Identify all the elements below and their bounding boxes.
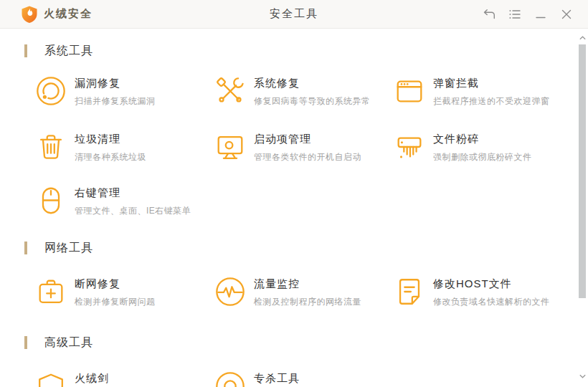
context-menu-icon bbox=[34, 184, 67, 217]
tool-name: 文件粉碎 bbox=[433, 133, 532, 146]
section-title: 高级工具 bbox=[44, 335, 93, 350]
tool-name: 系统修复 bbox=[254, 77, 371, 90]
host-file-icon bbox=[393, 275, 426, 308]
scrollbar[interactable] bbox=[577, 29, 588, 387]
huorong-logo-icon bbox=[20, 5, 39, 24]
scrollbar-thumb[interactable] bbox=[579, 44, 586, 298]
tool-name: 弹窗拦截 bbox=[433, 77, 550, 90]
tool-desc: 管理文件、桌面、IE右键菜单 bbox=[75, 205, 191, 217]
sword-shield-icon bbox=[34, 370, 67, 387]
tool-name: 火绒剑 bbox=[75, 372, 109, 386]
tool-name: 流量监控 bbox=[254, 277, 361, 291]
scroll-up-icon[interactable] bbox=[579, 34, 586, 42]
app-name: 火绒安全 bbox=[44, 7, 93, 21]
tool-item-huorong-sword[interactable]: 火绒剑 bbox=[34, 370, 214, 387]
tool-name: 垃圾清理 bbox=[75, 133, 146, 146]
tool-item-traffic-monitor[interactable]: 流量监控 检测及控制程序的网络流量 bbox=[214, 275, 393, 308]
back-icon[interactable] bbox=[479, 4, 499, 24]
app-brand: 火绒安全 bbox=[20, 5, 93, 24]
minimize-icon[interactable] bbox=[531, 4, 551, 24]
titlebar-actions bbox=[479, 0, 577, 29]
vulnerability-fix-icon bbox=[34, 75, 67, 108]
tool-item-network-repair[interactable]: 断网修复 检测并修复断网问题 bbox=[34, 275, 214, 308]
tool-desc: 修复因病毒等导致的系统异常 bbox=[254, 95, 371, 108]
section-title: 网络工具 bbox=[44, 241, 93, 256]
tool-item-system-repair[interactable]: 系统修复 修复因病毒等导致的系统异常 bbox=[214, 75, 393, 108]
titlebar: 火绒安全 安全工具 bbox=[0, 0, 588, 29]
popup-block-icon bbox=[393, 75, 426, 108]
scroll-down-icon[interactable] bbox=[579, 373, 586, 380]
file-shredder-icon bbox=[393, 130, 426, 163]
tool-item-junk-clean[interactable]: 垃圾清理 清理各种系统垃圾 bbox=[34, 130, 214, 163]
tool-name: 右键管理 bbox=[75, 186, 191, 200]
tool-desc: 强制删除或彻底粉碎文件 bbox=[433, 151, 532, 163]
network-repair-icon bbox=[34, 275, 67, 308]
tool-item-context-menu[interactable]: 右键管理 管理文件、桌面、IE右键菜单 bbox=[34, 184, 214, 217]
tool-desc: 修改负责域名快速解析的文件 bbox=[433, 296, 550, 308]
tool-name: 漏洞修复 bbox=[75, 77, 156, 90]
tool-name: 启动项管理 bbox=[254, 133, 361, 146]
section-header-system-tools: 系统工具 bbox=[24, 44, 93, 58]
security-tools-window: 火绒安全 安全工具 系统工具 bbox=[0, 0, 588, 387]
special-kill-icon bbox=[214, 370, 247, 387]
menu-list-icon[interactable] bbox=[505, 4, 525, 24]
junk-clean-icon bbox=[34, 130, 67, 163]
section-title: 系统工具 bbox=[44, 44, 93, 59]
tool-item-special-kill[interactable]: 专杀工具 bbox=[214, 370, 393, 387]
tool-item-popup-block[interactable]: 弹窗拦截 拦截程序推送的不受欢迎弹窗 bbox=[393, 75, 572, 108]
tool-desc: 清理各种系统垃圾 bbox=[75, 151, 146, 163]
tool-desc: 拦截程序推送的不受欢迎弹窗 bbox=[433, 95, 550, 108]
startup-manager-icon bbox=[214, 130, 247, 163]
section-header-network-tools: 网络工具 bbox=[24, 241, 93, 255]
tool-name: 专杀工具 bbox=[254, 372, 300, 386]
tool-item-vulnerability-fix[interactable]: 漏洞修复 扫描并修复系统漏洞 bbox=[34, 75, 214, 108]
tool-name: 修改HOST文件 bbox=[433, 277, 550, 291]
section-bar bbox=[24, 336, 27, 349]
tool-desc: 检测及控制程序的网络流量 bbox=[254, 296, 361, 308]
tool-desc: 检测并修复断网问题 bbox=[75, 296, 156, 308]
tool-name: 断网修复 bbox=[75, 277, 156, 291]
tool-desc: 管理各类软件的开机自启动 bbox=[254, 151, 361, 163]
traffic-monitor-icon bbox=[214, 275, 247, 308]
tool-item-startup-manager[interactable]: 启动项管理 管理各类软件的开机自启动 bbox=[214, 130, 393, 163]
tool-desc: 扫描并修复系统漏洞 bbox=[75, 95, 156, 108]
section-bar bbox=[24, 242, 27, 254]
section-bar bbox=[24, 44, 27, 57]
system-repair-icon bbox=[214, 75, 247, 108]
tool-item-host-file[interactable]: 修改HOST文件 修改负责域名快速解析的文件 bbox=[393, 275, 572, 308]
section-header-advanced-tools: 高级工具 bbox=[24, 335, 93, 350]
tool-item-file-shredder[interactable]: 文件粉碎 强制删除或彻底粉碎文件 bbox=[393, 130, 572, 163]
close-icon[interactable] bbox=[556, 4, 577, 24]
